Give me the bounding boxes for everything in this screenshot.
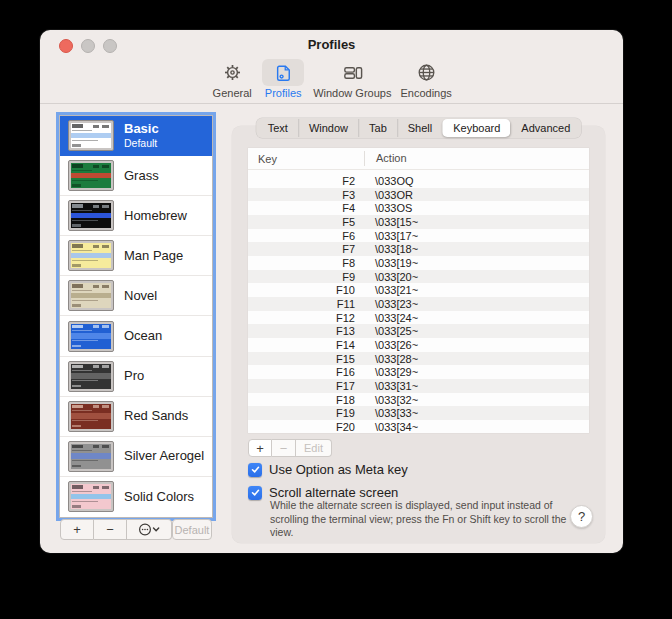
shortcut-row[interactable]: F16 \033[29~	[248, 365, 589, 379]
shortcut-action: \033[19~	[364, 257, 589, 269]
shortcut-row[interactable]: F13 \033[25~	[248, 324, 589, 338]
tab-shell[interactable]: Shell	[397, 119, 442, 137]
titlebar[interactable]: Profiles	[40, 30, 623, 58]
shortcut-key: F17	[248, 380, 364, 392]
shortcut-action: \033[20~	[364, 271, 589, 283]
tab-keyboard[interactable]: Keyboard	[442, 119, 510, 137]
shortcut-key: F6	[248, 230, 364, 242]
scroll-alternate-screen-checkbox-row[interactable]: Scroll alternate screen	[248, 485, 398, 500]
shortcut-row[interactable]: F4 \033OS	[248, 201, 589, 215]
profile-default-badge: Default	[124, 137, 159, 150]
minimize-button[interactable]	[81, 39, 95, 53]
shortcut-key: F20	[248, 421, 364, 433]
shortcut-key: F8	[248, 257, 364, 269]
tab-tab[interactable]: Tab	[358, 119, 397, 137]
shortcut-row[interactable]: F19 \033[33~	[248, 406, 589, 420]
shortcut-row[interactable]: F6 \033[17~	[248, 229, 589, 243]
column-header-action: Action	[364, 151, 589, 166]
profile-name: Homebrew	[124, 208, 187, 224]
profile-list-item[interactable]: Solid Colors	[60, 477, 212, 517]
scroll-alternate-help-text: While the alternate screen is displayed,…	[270, 499, 588, 540]
shortcut-row[interactable]: F11 \033[23~	[248, 297, 589, 311]
shortcut-action: \033[33~	[364, 407, 589, 419]
shortcut-row[interactable]: F10 \033[21~	[248, 283, 589, 297]
shortcut-action: \033[18~	[364, 243, 589, 255]
shortcut-action: \033[28~	[364, 353, 589, 365]
default-profile-button[interactable]: Default	[172, 519, 212, 540]
traffic-lights	[59, 39, 117, 53]
profile-thumbnail	[68, 280, 114, 311]
profile-list-item[interactable]: Silver Aerogel	[60, 437, 212, 477]
toolbar-label-general: General	[213, 87, 252, 99]
profile-thumbnail	[68, 401, 114, 432]
keyboard-shortcut-table: Key Action \033OP F2 \033OQ F3 \033OR F4…	[248, 148, 589, 433]
shortcut-key: F19	[248, 407, 364, 419]
shortcut-row[interactable]: F17 \033[31~	[248, 379, 589, 393]
shortcut-key: F18	[248, 394, 364, 406]
shortcut-row[interactable]: F14 \033[26~	[248, 338, 589, 352]
checkbox-checked-icon[interactable]	[248, 486, 262, 500]
profile-action-menu-button[interactable]	[127, 519, 172, 540]
profile-list-item[interactable]: Red Sands	[60, 397, 212, 437]
shortcut-row[interactable]: F3 \033OR	[248, 188, 589, 202]
profile-list-item[interactable]: Novel	[60, 276, 212, 316]
shortcut-row[interactable]: F18 \033[32~	[248, 393, 589, 407]
shortcut-row[interactable]: F9 \033[20~	[248, 270, 589, 284]
shortcut-row[interactable]: F8 \033[19~	[248, 256, 589, 270]
profile-name: Basic	[124, 121, 159, 137]
window-title: Profiles	[40, 30, 623, 60]
shortcut-action: \033[21~	[364, 284, 589, 296]
shortcut-key: F4	[248, 202, 364, 214]
edit-shortcut-button[interactable]: Edit	[296, 439, 332, 457]
profile-name: Pro	[124, 368, 144, 384]
profile-list-item[interactable]: Man Page	[60, 236, 212, 276]
tab-advanced[interactable]: Advanced	[510, 119, 580, 137]
zoom-button[interactable]	[103, 39, 117, 53]
shortcut-row[interactable]: F5 \033[15~	[248, 215, 589, 229]
tab-window[interactable]: Window	[298, 119, 358, 137]
shortcut-action: \033[26~	[364, 339, 589, 351]
shortcut-row[interactable]: F20 \033[34~	[248, 420, 589, 434]
add-shortcut-button[interactable]: +	[248, 439, 272, 457]
profile-name: Man Page	[124, 248, 183, 264]
profile-name: Red Sands	[124, 408, 188, 424]
profile-list-item[interactable]: Ocean	[60, 316, 212, 356]
profile-thumbnail	[68, 441, 114, 472]
profile-list-item[interactable]: Basic Default	[60, 116, 212, 156]
toolbar-item-window-groups[interactable]: Window Groups	[313, 59, 391, 103]
shortcut-action: \033[34~	[364, 421, 589, 433]
table-body: F2 \033OQ F3 \033OR F4 \033OS F5 \033[15…	[248, 174, 589, 434]
toolbar-item-general[interactable]: General	[211, 59, 253, 103]
profile-list-item[interactable]: Grass	[60, 156, 212, 196]
profile-list-item[interactable]: Pro	[60, 357, 212, 397]
toolbar-item-encodings[interactable]: Encodings	[400, 59, 451, 103]
help-button[interactable]: ?	[570, 505, 593, 528]
shortcut-action: \033[17~	[364, 230, 589, 242]
gear-icon	[211, 59, 253, 86]
checkbox-checked-icon[interactable]	[248, 463, 262, 477]
shortcut-row[interactable]: F7 \033[18~	[248, 242, 589, 256]
ellipsis-circle-chevron-icon	[138, 523, 160, 536]
tab-text[interactable]: Text	[257, 119, 298, 137]
close-button[interactable]	[59, 39, 73, 53]
shortcut-row[interactable]: F2 \033OQ	[248, 174, 589, 188]
toolbar-label-profiles: Profiles	[265, 87, 302, 99]
remove-shortcut-button[interactable]: −	[272, 439, 296, 457]
shortcut-key: F13	[248, 325, 364, 337]
shortcut-action: \033OQ	[364, 175, 589, 187]
profile-name: Solid Colors	[124, 489, 194, 505]
shortcut-action: \033[32~	[364, 394, 589, 406]
add-profile-button[interactable]: +	[60, 519, 94, 540]
shortcut-key: F14	[248, 339, 364, 351]
use-option-as-meta-checkbox-row[interactable]: Use Option as Meta key	[248, 462, 408, 477]
profile-name: Ocean	[124, 328, 162, 344]
profile-list-actions: + − Default	[60, 519, 212, 540]
profile-list: Basic Default Grass Homebrew	[60, 116, 212, 517]
profile-thumbnail	[68, 361, 114, 392]
remove-profile-button[interactable]: −	[94, 519, 127, 540]
profile-list-item[interactable]: Homebrew	[60, 196, 212, 236]
shortcut-key: F3	[248, 189, 364, 201]
toolbar-item-profiles[interactable]: Profiles	[262, 59, 304, 103]
shortcut-row[interactable]: F12 \033[24~	[248, 311, 589, 325]
shortcut-row[interactable]: F15 \033[28~	[248, 352, 589, 366]
